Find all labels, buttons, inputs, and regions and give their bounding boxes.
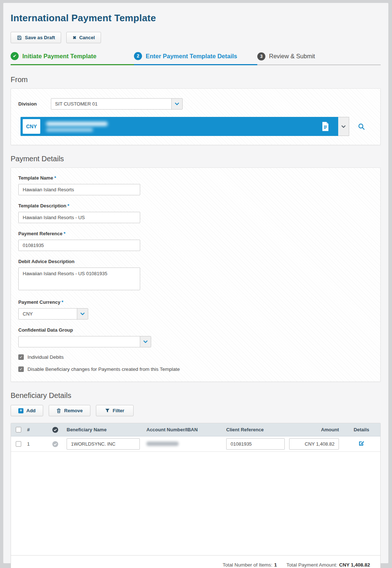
save-icon — [17, 35, 22, 40]
required-asterisk: * — [61, 299, 63, 305]
close-icon: ✖ — [72, 35, 76, 40]
account-search-icon[interactable] — [358, 123, 365, 130]
validated-check-circle-icon — [44, 427, 67, 433]
from-panel: Division SIT CUSTOMER 01 CNY — [11, 88, 381, 145]
step-3-number-badge: 3 — [257, 52, 265, 60]
client-reference-input[interactable] — [226, 438, 285, 450]
debit-advice-description-textarea[interactable]: Hawaiian Island Resorts - US 01081935 — [18, 268, 140, 290]
step-enter-payment-template-details[interactable]: 2 Enter Payment Template Details — [134, 52, 257, 65]
account-number-redacted — [46, 128, 93, 132]
from-heading: From — [11, 75, 381, 84]
total-items-value: 1 — [274, 562, 277, 568]
template-description-input[interactable] — [18, 212, 140, 223]
trash-icon — [56, 408, 61, 413]
amount-column-header: Amount — [288, 427, 343, 432]
row-select-checkbox[interactable] — [16, 441, 21, 447]
wizard-steps: ✔ Initiate Payment Template 2 Enter Paym… — [11, 52, 381, 65]
individual-debits-checkbox[interactable]: ✓ — [18, 354, 24, 360]
account-redacted-details — [46, 122, 321, 132]
beneficiary-name-column-header: Beneficiary Name — [67, 427, 146, 432]
toolbar: Save as Draft ✖ Cancel — [11, 32, 381, 43]
remove-label: Remove — [64, 408, 83, 413]
edit-details-icon[interactable] — [358, 440, 365, 446]
step-2-number-badge: 2 — [134, 52, 142, 60]
step-2-label: Enter Payment Template Details — [146, 53, 237, 60]
total-payment-amount-value: CNY 1,408.82 — [339, 562, 370, 568]
individual-debits-label: Individual Debits — [27, 354, 64, 360]
filter-funnel-icon — [105, 408, 110, 413]
index-column-header: # — [26, 427, 44, 432]
row-index: 1 — [26, 441, 44, 447]
table-header-row: # Beneficiary Name Account Number/IBAN C… — [11, 423, 380, 436]
remove-beneficiary-button[interactable]: Remove — [49, 405, 90, 416]
division-label: Division — [18, 101, 37, 107]
confidential-data-group-value — [19, 336, 140, 347]
cancel-label: Cancel — [79, 35, 95, 40]
beneficiary-name-input[interactable] — [67, 438, 140, 450]
row-status-check-circle-icon — [44, 441, 67, 447]
debit-advice-description-label: Debit Advice Description — [18, 259, 373, 264]
step-complete-check-icon: ✔ — [11, 52, 19, 60]
plus-icon: + — [18, 408, 23, 413]
account-name-redacted — [46, 122, 108, 126]
required-asterisk: * — [54, 175, 56, 181]
payment-template-page: International Payment Template Save as D… — [3, 3, 388, 563]
payment-currency-label: Payment Currency* — [18, 299, 373, 305]
debit-account-selector[interactable]: CNY — [20, 117, 338, 136]
payment-reference-input[interactable] — [18, 240, 140, 251]
step-review-submit[interactable]: 3 Review & Submit — [257, 52, 381, 65]
division-selected-value: SIT CUSTOMER 01 — [51, 99, 171, 109]
page-title: International Payment Template — [11, 12, 381, 24]
step-initiate-payment-template[interactable]: ✔ Initiate Payment Template — [11, 52, 134, 65]
confidential-data-group-label: Confidential Data Group — [18, 327, 373, 333]
total-items: Total Number of Items:1 — [223, 562, 277, 568]
template-description-label: Template Description* — [18, 203, 373, 209]
template-name-label: Template Name* — [18, 175, 373, 181]
table-empty-area — [11, 452, 380, 555]
required-asterisk: * — [64, 231, 66, 236]
add-beneficiary-button[interactable]: + Add — [11, 405, 43, 416]
chevron-down-icon[interactable] — [171, 99, 182, 109]
beneficiary-details-heading: Beneficiary Details — [11, 391, 381, 400]
document-icon — [321, 121, 329, 132]
chevron-down-icon[interactable] — [77, 309, 88, 319]
save-as-draft-label: Save as Draft — [25, 35, 55, 40]
template-name-input[interactable] — [18, 184, 140, 195]
payment-details-panel: Template Name* Template Description* Pay… — [11, 167, 381, 382]
details-column-header: Details — [343, 427, 380, 432]
beneficiary-table: # Beneficiary Name Account Number/IBAN C… — [11, 423, 381, 568]
amount-input[interactable] — [289, 438, 339, 450]
payment-reference-label: Payment Reference* — [18, 231, 373, 236]
client-reference-column-header: Client Reference — [226, 427, 288, 432]
account-column-header: Account Number/IBAN — [146, 427, 226, 432]
disable-beneficiary-changes-checkbox[interactable]: ✓ — [18, 366, 24, 372]
disable-beneficiary-changes-label: Disable Beneficiary changes for Payments… — [27, 366, 180, 372]
cancel-button[interactable]: ✖ Cancel — [66, 32, 101, 43]
step-1-label: Initiate Payment Template — [22, 53, 96, 60]
select-all-checkbox[interactable] — [16, 427, 21, 432]
account-chevron-down-icon[interactable] — [338, 117, 349, 136]
required-asterisk: * — [67, 203, 69, 209]
division-select[interactable]: SIT CUSTOMER 01 — [51, 98, 183, 110]
table-row: 1 — [11, 436, 380, 452]
payment-currency-select[interactable]: CNY — [18, 308, 88, 320]
filter-button[interactable]: Filter — [96, 405, 134, 416]
account-currency-badge: CNY — [23, 119, 40, 134]
step-3-label: Review & Submit — [269, 53, 315, 60]
confidential-data-group-select[interactable] — [18, 336, 151, 347]
table-summary-row: Total Number of Items:1 Total Payment Am… — [11, 555, 380, 568]
total-payment-amount: Total Payment Amount:CNY 1,408.82 — [287, 562, 370, 568]
row-account-number-redacted — [146, 442, 179, 446]
chevron-down-icon[interactable] — [140, 336, 151, 347]
save-as-draft-button[interactable]: Save as Draft — [11, 32, 61, 43]
add-label: Add — [26, 408, 36, 413]
payment-currency-value: CNY — [19, 309, 77, 319]
beneficiary-toolbar: + Add Remove Filter — [11, 405, 381, 416]
payment-details-heading: Payment Details — [11, 155, 381, 163]
filter-label: Filter — [113, 408, 124, 413]
